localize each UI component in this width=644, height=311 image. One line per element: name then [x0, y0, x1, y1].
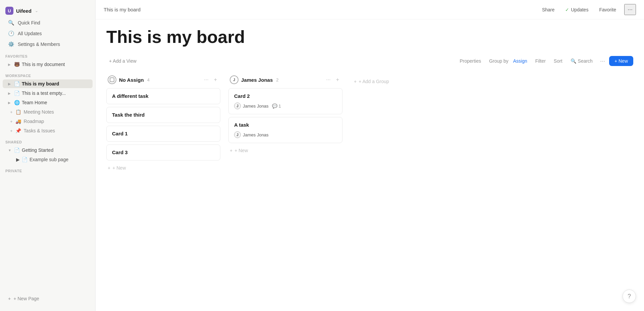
sort-button[interactable]: Sort: [550, 56, 566, 66]
filter-button[interactable]: Filter: [532, 56, 549, 66]
chevron-down-icon: ▼: [8, 148, 12, 152]
column-add-button[interactable]: +: [212, 76, 219, 83]
search-icon: 🔍: [571, 58, 576, 64]
sidebar: U Uifeed ⌄ 🔍 Quick Find 🕐 All Updates ⚙️…: [0, 0, 96, 311]
plus-icon: +: [230, 148, 232, 153]
table-row[interactable]: Task the third: [106, 107, 220, 123]
column-title-james-jonas: James Jonas: [241, 77, 273, 83]
no-assign-icon: [108, 75, 116, 84]
add-group-button[interactable]: + + Add a Group: [351, 77, 392, 86]
sidebar-item-fav-doc[interactable]: ▶ 🐻 This is my document: [3, 60, 93, 69]
card-title: Task the third: [112, 112, 145, 118]
chevron-right-icon: ▶: [16, 157, 20, 162]
board-toolbar: + Add a View Properties Group by Assign …: [106, 56, 633, 66]
card-comment: 💬 1: [272, 104, 281, 109]
column-james-jonas: J James Jonas 2 ··· + Card 2 J James Jon…: [228, 75, 342, 155]
column-no-assign: No Assign 4 ··· + A different task Task …: [106, 75, 220, 173]
column-header-james-jonas: J James Jonas 2 ··· +: [228, 75, 342, 84]
topbar-actions: Share ✓ Updates Favorite ···: [539, 4, 636, 15]
card-title: A different task: [112, 93, 149, 99]
james-jonas-avatar: J: [230, 75, 238, 84]
chevron-right-icon: ▶: [8, 91, 12, 95]
search-button[interactable]: 🔍 Search: [567, 56, 596, 66]
sidebar-item-example-sub[interactable]: ▶ 📄 Example sub page: [3, 155, 93, 164]
new-page-button[interactable]: + + New Page: [5, 294, 90, 303]
card-meta: J James Jonas 💬 1: [234, 103, 337, 109]
sidebar-item-getting-started[interactable]: ▼ 📄 Getting Started: [3, 146, 93, 154]
plus-icon: +: [10, 119, 13, 124]
toolbar-more-button[interactable]: ···: [597, 56, 608, 66]
chevron-right-icon: ▶: [8, 82, 12, 86]
table-row[interactable]: A different task: [106, 88, 220, 104]
column-actions-no-assign: ··· +: [202, 76, 219, 83]
more-options-button[interactable]: ···: [624, 4, 636, 15]
table-row[interactable]: Card 2 J James Jonas 💬 1: [228, 88, 342, 114]
section-title-workspace: WORKSPACE: [0, 69, 95, 79]
app-menu-chevron: ⌄: [35, 8, 38, 13]
sidebar-item-team-home[interactable]: ▶ 🌐 Team Home: [3, 98, 93, 107]
assignee-avatar: J: [234, 103, 241, 109]
chevron-right-icon: ▶: [8, 63, 12, 66]
add-view-button[interactable]: + Add a View: [106, 57, 139, 65]
sidebar-footer: + + New Page: [0, 290, 95, 307]
column-header-no-assign: No Assign 4 ··· +: [106, 75, 220, 84]
sidebar-item-quick-find[interactable]: 🔍 Quick Find: [3, 18, 93, 28]
gear-icon: ⚙️: [8, 41, 14, 47]
board-title: This is my board: [106, 27, 633, 47]
card-assignee: J James Jonas: [234, 103, 269, 109]
card-assignee: J James Jonas: [234, 131, 269, 138]
column-actions-james-jonas: ··· +: [324, 76, 341, 83]
share-button[interactable]: Share: [539, 6, 557, 14]
add-new-no-assign[interactable]: + + New: [106, 163, 220, 173]
plus-icon: +: [10, 110, 13, 115]
section-title-private: PRIVATE: [0, 164, 95, 174]
toolbar-right: Properties Group by Assign Filter Sort 🔍…: [456, 56, 633, 66]
help-button[interactable]: ?: [623, 290, 636, 303]
group-by-button[interactable]: Group by Assign: [486, 56, 531, 66]
add-new-james-jonas[interactable]: + + New: [228, 146, 342, 155]
main-content: This is my board Share ✓ Updates Favorit…: [96, 0, 644, 311]
clock-icon: 🕐: [8, 30, 14, 37]
sidebar-item-all-updates[interactable]: 🕐 All Updates: [3, 28, 93, 39]
card-meta: J James Jonas: [234, 131, 337, 138]
column-count-no-assign: 4: [147, 77, 150, 82]
card-title: A task: [234, 122, 249, 128]
column-add-button[interactable]: +: [334, 76, 341, 83]
svg-rect-0: [110, 78, 114, 82]
table-row[interactable]: A task J James Jonas: [228, 117, 342, 143]
sidebar-item-roadmap[interactable]: + 🚚 Roadmap: [3, 117, 93, 126]
column-count-james-jonas: 2: [276, 77, 278, 82]
chevron-right-icon: ▶: [8, 101, 12, 105]
sidebar-item-tasks-issues[interactable]: + 📌 Tasks & Issues: [3, 126, 93, 135]
section-title-favorites: FAVORITES: [0, 50, 95, 60]
plus-icon: +: [10, 128, 13, 133]
properties-button[interactable]: Properties: [456, 56, 484, 66]
sidebar-item-meeting-notes[interactable]: + 📋 Meeting Notes: [3, 108, 93, 116]
column-title-no-assign: No Assign: [119, 77, 144, 83]
table-row[interactable]: Card 3: [106, 144, 220, 161]
plus-icon: +: [108, 165, 110, 171]
app-name: Uifeed: [16, 8, 32, 14]
comment-icon: 💬: [272, 104, 277, 109]
topbar-breadcrumb: This is my board: [104, 7, 141, 12]
plus-icon: +: [8, 296, 11, 301]
new-card-button[interactable]: + New: [609, 56, 633, 66]
add-group-column: + + Add a Group: [351, 75, 392, 86]
app-logo: U: [5, 7, 13, 15]
card-title: Card 3: [112, 149, 128, 155]
sidebar-item-settings[interactable]: ⚙️ Settings & Members: [3, 39, 93, 49]
sidebar-header[interactable]: U Uifeed ⌄: [0, 4, 95, 17]
updates-button[interactable]: ✓ Updates: [562, 6, 591, 14]
search-icon: 🔍: [8, 20, 14, 26]
sidebar-item-test-empty[interactable]: ▶ 📄 This is a test empty...: [3, 89, 93, 98]
column-more-button[interactable]: ···: [324, 76, 332, 83]
sidebar-item-my-board[interactable]: ▶ 📄 This is my board: [3, 79, 93, 88]
check-icon: ✓: [565, 7, 569, 12]
card-title: Card 2: [234, 93, 250, 99]
section-title-shared: SHARED: [0, 135, 95, 145]
table-row[interactable]: Card 1: [106, 126, 220, 142]
column-more-button[interactable]: ···: [202, 76, 210, 83]
card-title: Card 1: [112, 131, 128, 136]
favorite-button[interactable]: Favorite: [596, 6, 619, 14]
topbar: This is my board Share ✓ Updates Favorit…: [96, 0, 644, 19]
